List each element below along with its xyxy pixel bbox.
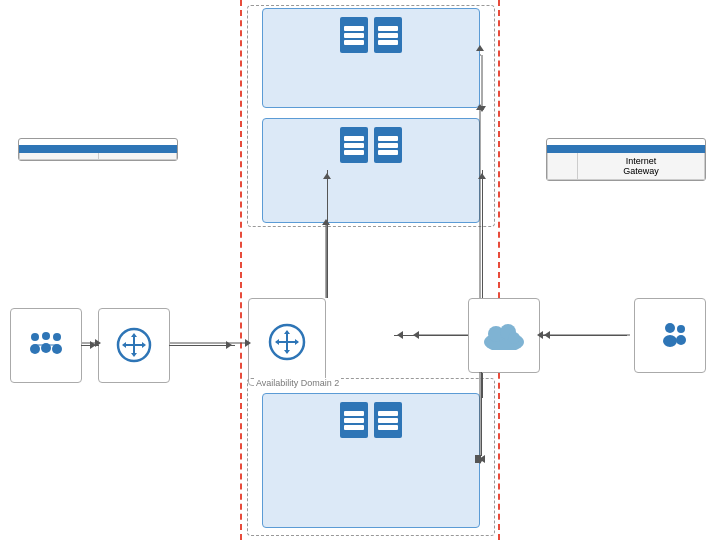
- svg-point-0: [31, 333, 39, 341]
- svg-point-26: [665, 323, 675, 333]
- internet-gateway-box: [468, 298, 540, 373]
- svg-marker-11: [142, 342, 146, 348]
- rt-private-target: [98, 153, 177, 160]
- main-diagram: InternetGateway: [0, 0, 720, 540]
- rt-public-dest: [548, 153, 578, 180]
- rt-public-col1: [548, 146, 578, 153]
- internet-gateway-icon: [482, 320, 526, 350]
- svg-marker-14: [131, 353, 137, 357]
- svg-marker-19: [275, 339, 279, 345]
- arrow-ig-vcn: [394, 335, 468, 336]
- external-web-icon: [653, 321, 687, 349]
- svg-marker-13: [131, 333, 137, 337]
- arrow-network-cpe: [81, 345, 99, 346]
- rt-private-col1: [20, 146, 99, 153]
- svg-point-27: [663, 335, 677, 347]
- svg-point-28: [677, 325, 685, 333]
- arrow-external-ig: [541, 335, 627, 336]
- public-subnet-2: [262, 393, 480, 528]
- route-table-public: InternetGateway: [546, 138, 706, 181]
- your-network-box: [10, 308, 82, 383]
- external-web-box: [634, 298, 706, 373]
- svg-point-29: [676, 335, 686, 345]
- rt-private-col2: [98, 146, 177, 153]
- svg-point-2: [53, 333, 61, 341]
- drg-box: [248, 298, 326, 386]
- rt-private-dest: [20, 153, 99, 160]
- arrow-head-ig-ps2: [475, 455, 481, 463]
- server-icon-6: [374, 402, 402, 438]
- svg-point-25: [508, 332, 520, 344]
- public-subnet-2-servers: [267, 402, 475, 438]
- avail-domain-1: [247, 5, 495, 227]
- network-icon: [29, 331, 63, 359]
- rt-public-target: InternetGateway: [578, 153, 705, 180]
- h-conn: [481, 455, 482, 456]
- cpe-icon: [116, 327, 152, 363]
- svg-marker-21: [284, 350, 290, 354]
- connector-v-ig-ps2: [481, 372, 482, 456]
- svg-marker-18: [295, 339, 299, 345]
- svg-point-4: [42, 332, 50, 340]
- svg-marker-12: [122, 342, 126, 348]
- arrow-cpe-drg: [169, 345, 235, 346]
- rt-public-col2: [578, 146, 705, 153]
- cpe-box: [98, 308, 170, 383]
- avail-domain-2-label: Availability Domain 2: [254, 378, 341, 388]
- server-icon-5: [340, 402, 368, 438]
- svg-marker-20: [284, 330, 290, 334]
- route-table-private: [18, 138, 178, 161]
- drg-icon: [268, 323, 306, 361]
